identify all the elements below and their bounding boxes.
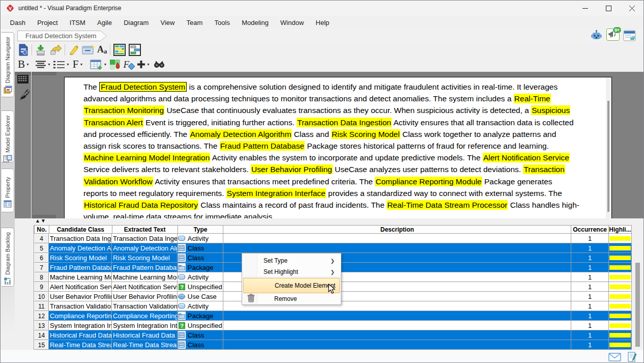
grid-tool-icon[interactable] xyxy=(17,75,28,83)
highlighted-term[interactable]: Transaction Alert xyxy=(83,118,143,127)
compose-note-icon[interactable] xyxy=(627,352,637,362)
extracted-text-cell[interactable]: Transaction Validation Workflow xyxy=(112,301,178,311)
candidate-class-cell[interactable]: Machine Learning Model Integration xyxy=(49,272,112,282)
highlighted-term[interactable]: Transaction xyxy=(523,164,565,174)
extracted-text-cell[interactable]: Fraud Pattern Database xyxy=(112,263,178,272)
description-cell[interactable] xyxy=(223,330,571,340)
occurrence-cell[interactable]: 1 xyxy=(571,282,609,292)
table-row-5[interactable]: 5Anomaly Detection AlgorithmAnomaly Dete… xyxy=(34,243,632,253)
bold-button[interactable]: B▼ xyxy=(17,58,31,71)
occurrence-cell[interactable]: 1 xyxy=(571,243,609,253)
type-cell[interactable]: Use Case xyxy=(178,292,223,301)
row-number[interactable]: 12 xyxy=(34,311,49,321)
highlighted-term[interactable]: Alert Notification Service xyxy=(483,153,570,162)
highlight-color-cell[interactable] xyxy=(609,234,632,243)
message-icon[interactable] xyxy=(608,353,621,361)
row-number[interactable]: 7 xyxy=(34,263,49,272)
context-menu-item-set-type[interactable]: Set Type❯ xyxy=(243,255,340,266)
highlight-color-cell[interactable] xyxy=(609,282,632,292)
context-menu-item-remove[interactable]: Remove xyxy=(243,293,340,304)
extracted-text-cell[interactable]: Alert Notification Service xyxy=(112,282,178,292)
whats-new-icon[interactable]: 9+ xyxy=(606,29,620,43)
candidate-class-cell[interactable]: Transaction Data Ingestion xyxy=(49,234,112,243)
doc-layout-button-2[interactable] xyxy=(127,43,142,57)
insert-table-button[interactable]: ▼ xyxy=(89,58,108,71)
sidebar-tab-model-explorer[interactable]: Model Explorer xyxy=(2,110,14,162)
context-menu-item-set-highlight[interactable]: Set Highlight❯ xyxy=(243,266,340,277)
highlight-color-cell[interactable] xyxy=(609,301,632,311)
candidate-class-cell[interactable]: Real-Time Data Stream Processor xyxy=(49,340,112,350)
extracted-text-cell[interactable]: Anomaly Detection Algorithm xyxy=(112,243,178,253)
new-window-button[interactable] xyxy=(81,43,96,57)
extracted-text-cell[interactable]: Real-Time Data Stream Processor xyxy=(112,340,178,350)
font-style-button[interactable]: Aa xyxy=(96,43,108,57)
type-cell[interactable]: Package xyxy=(178,263,223,272)
menu-project[interactable]: Project xyxy=(32,17,64,29)
highlighter-button[interactable] xyxy=(67,43,81,57)
font-button[interactable]: F▼ xyxy=(72,58,84,71)
highlighted-term[interactable]: Compliance Reporting Module xyxy=(375,177,482,186)
assistant-bot-icon[interactable] xyxy=(590,30,603,42)
candidate-class-cell[interactable]: Risk Scoring Model xyxy=(49,253,112,263)
type-cell[interactable]: Activity xyxy=(178,272,223,282)
highlight-color-cell[interactable] xyxy=(609,263,632,272)
extracted-text-cell[interactable]: Compliance Reporting Module xyxy=(112,311,178,321)
highlighted-term[interactable]: Risk Scoring Model xyxy=(331,129,400,139)
occurrence-cell[interactable]: 1 xyxy=(571,340,609,350)
description-cell[interactable] xyxy=(223,340,571,350)
column-header-description[interactable]: Description xyxy=(223,225,571,234)
description-cell[interactable] xyxy=(223,321,571,330)
table-row-4[interactable]: 4Transaction Data IngestionTransaction D… xyxy=(34,234,632,243)
description-cell[interactable] xyxy=(223,234,571,243)
highlighted-term[interactable]: Historical Fraud Data Repository xyxy=(83,200,198,210)
row-number[interactable]: 8 xyxy=(34,272,49,282)
highlighted-term[interactable]: Fraud Pattern Database xyxy=(220,141,305,151)
page-scrollbar-thumb[interactable] xyxy=(607,101,609,212)
row-number[interactable]: 4 xyxy=(34,234,49,243)
highlight-color-cell[interactable] xyxy=(609,330,632,340)
search-button[interactable] xyxy=(152,58,166,71)
column-header-candidateclass[interactable]: Candidate Class xyxy=(49,225,112,234)
table-row-13[interactable]: 13System Integration InterfaceSystem Int… xyxy=(34,321,632,330)
type-cell[interactable]: Class xyxy=(178,330,223,340)
highlight-color-cell[interactable] xyxy=(609,311,632,321)
new-diagram-button[interactable] xyxy=(17,43,30,57)
type-cell[interactable]: ?Unspecified xyxy=(178,282,223,292)
highlighted-term[interactable]: Machine Learning Model Integration xyxy=(83,153,210,162)
diagram-tab[interactable]: Fraud Detection System xyxy=(17,31,107,41)
highlighted-term[interactable]: Real-Time xyxy=(514,94,551,103)
panel-splitter[interactable]: ▲▼ xyxy=(15,218,644,225)
page-scrollbar[interactable] xyxy=(606,77,611,218)
candidate-class-cell[interactable]: Alert Notification Service xyxy=(49,282,112,292)
minimize-button[interactable] xyxy=(573,1,597,16)
extracted-text-cell[interactable]: System Integration Interface xyxy=(112,321,178,330)
highlighted-term[interactable]: Transaction Monitoring xyxy=(83,105,164,115)
document-page[interactable]: The Fraud Detection System is a comprehe… xyxy=(64,77,612,218)
highlighted-term[interactable]: Suspicious xyxy=(531,105,570,115)
occurrence-cell[interactable]: 1 xyxy=(571,301,609,311)
occurrence-cell[interactable]: 1 xyxy=(571,330,609,340)
splitter-collapse-down-icon[interactable]: ▼ xyxy=(41,218,46,224)
highlight-color-cell[interactable] xyxy=(609,340,632,350)
highlighted-term[interactable]: Real-Time Data Stream Processor xyxy=(387,200,508,210)
row-number[interactable]: 13 xyxy=(34,321,49,330)
menu-diagram[interactable]: Diagram xyxy=(118,17,155,29)
occurrence-cell[interactable]: 1 xyxy=(571,263,609,272)
candidate-class-cell[interactable]: System Integration Interface xyxy=(49,321,112,330)
export-button[interactable] xyxy=(48,43,63,57)
font-effect-button[interactable]: F xyxy=(122,58,136,71)
column-header-type[interactable]: Type xyxy=(178,225,224,234)
highlighted-term[interactable]: Validation Workflow xyxy=(83,177,153,186)
menu-help[interactable]: Help xyxy=(310,17,335,29)
row-number[interactable]: 10 xyxy=(34,292,49,301)
row-number[interactable]: 14 xyxy=(34,330,49,340)
extracted-text-cell[interactable]: Historical Fraud Data Repository xyxy=(112,330,178,340)
column-header-highli[interactable]: Highli... xyxy=(608,225,632,234)
row-number[interactable]: 6 xyxy=(34,253,49,263)
occurrence-cell[interactable]: 1 xyxy=(571,292,609,301)
color-grid-button[interactable] xyxy=(108,58,122,71)
occurrence-cell[interactable]: 1 xyxy=(571,234,609,243)
doc-layout-button-1[interactable] xyxy=(112,43,127,57)
row-number[interactable]: 9 xyxy=(34,282,49,292)
highlighted-term[interactable]: System Integration Interface xyxy=(226,188,326,198)
